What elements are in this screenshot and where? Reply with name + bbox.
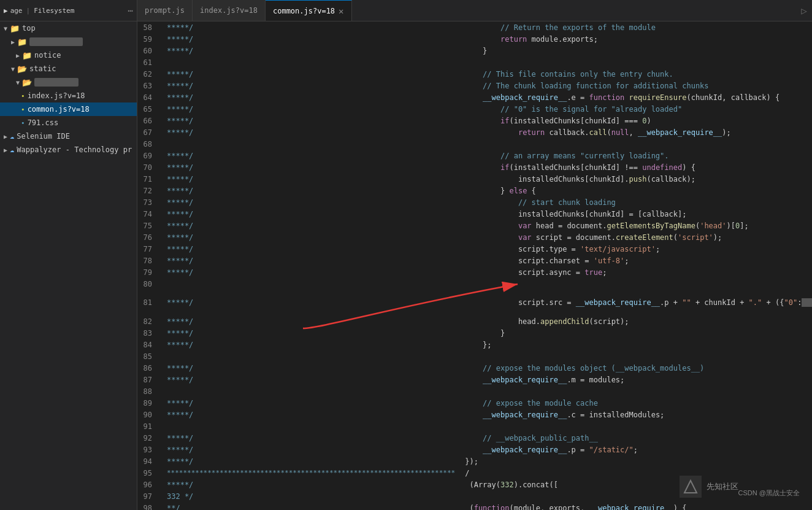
sidebar-item-blurred[interactable]: ▼ 📂 [0, 75, 137, 89]
line-code: script.type = 'text/javascript'; [460, 243, 812, 255]
chevron-down-icon-3: ▼ [16, 79, 20, 86]
chevron-right-icon-4: ▶ [4, 147, 7, 153]
table-row: 83 *****/ } [137, 327, 812, 339]
code-editor[interactable]: 58 *****/ // Return the exports of the m… [137, 21, 812, 510]
line-annot: ****************************************… [162, 467, 460, 479]
line-code: // __webpack_public_path__ [460, 432, 812, 444]
table-row: 98 **/ (function(module, exports, __webp… [137, 502, 812, 510]
line-annot: *****/ [162, 290, 460, 315]
folder-icon-2: 📁 [17, 37, 27, 47]
line-code: // This file contains only the entry chu… [460, 68, 812, 80]
line-code [460, 138, 812, 150]
table-row: 76 *****/ var script = document.createEl… [137, 231, 812, 243]
line-code [460, 385, 812, 397]
line-annot: **/ [162, 502, 460, 510]
sidebar-item-common-js[interactable]: • common.js?v=18 [0, 102, 137, 116]
tab-index[interactable]: index.js?v=18 [193, 0, 266, 21]
sidebar-more-icon[interactable]: ⋯ [128, 6, 133, 15]
table-row-81: 81 *****/ script.src = __webpack_require… [137, 290, 812, 315]
table-row: 73 *****/ // start chunk loading [137, 196, 812, 208]
tab-overflow-icon[interactable]: ▷ [796, 5, 812, 17]
sidebar-item-parent[interactable]: ▶ 📁 [0, 35, 137, 48]
line-number: 71 [137, 173, 162, 185]
cloud-icon-selenium: ☁ [10, 132, 14, 141]
line-number: 66 [137, 115, 162, 126]
table-row: 63 *****/ // The chunk loading function … [137, 80, 812, 91]
line-number: 98 [137, 502, 162, 510]
sidebar-item-css[interactable]: • 791.css [0, 116, 137, 129]
line-number: 75 [137, 220, 162, 231]
line-code: if(installedChunks[chunkId] === 0) [460, 115, 812, 126]
chevron-right-icon: ▶ [11, 39, 15, 45]
table-row: 60 *****/ } [137, 45, 812, 56]
logo-icon [682, 478, 699, 495]
sidebar-item-top[interactable]: ▼ 📁 top [0, 21, 137, 35]
line-code: / [460, 467, 812, 479]
line-number: 86 [137, 362, 162, 374]
sidebar-item-notice[interactable]: ▶ 📁 notice [0, 48, 137, 62]
line-code: return callback.call(null, __webpack_req… [460, 126, 812, 138]
line-number: 74 [137, 208, 162, 220]
line-code: __webpack_require__.m = modules; [460, 374, 812, 385]
sidebar-item-label-common: common.js?v=18 [28, 105, 90, 114]
chevron-down-icon: ▼ [4, 25, 7, 32]
table-row: 65 *****/ // "0" is the signal for "alre… [137, 103, 812, 115]
line-annot [162, 420, 460, 432]
line-code: head.appendChild(script); [460, 315, 812, 327]
line-annot: *****/ [162, 161, 460, 173]
js-file-icon: • [21, 92, 25, 100]
line-annot: *****/ [162, 185, 460, 196]
line-number: 65 [137, 103, 162, 115]
css-file-icon: • [21, 119, 25, 127]
tab-common[interactable]: common.js?v=18 ✕ [266, 0, 352, 21]
line-number: 59 [137, 33, 162, 45]
sidebar-title-filesystem: Filesystem [34, 7, 74, 15]
line-annot: *****/ [162, 80, 460, 91]
chevron-down-icon-2: ▼ [11, 66, 15, 72]
line-annot: *****/ [162, 126, 460, 138]
watermark-text: 先知社区 [707, 481, 738, 492]
sidebar-item-static[interactable]: ▼ 📂 static [0, 62, 137, 75]
svg-marker-1 [684, 481, 697, 493]
line-annot: *****/ [162, 374, 460, 385]
line-annot: *****/ [162, 444, 460, 455]
line-number: 77 [137, 243, 162, 255]
sidebar-header: ▶ age | Filesystem ⋯ [0, 0, 137, 21]
line-number: 81 [137, 290, 162, 315]
line-number: 73 [137, 196, 162, 208]
table-row: 90 *****/ __webpack_require__.c = instal… [137, 409, 812, 420]
table-row: 77 *****/ script.type = 'text/javascript… [137, 243, 812, 255]
tab-close-icon[interactable]: ✕ [339, 7, 343, 15]
sidebar-item-label-wappalyzer: Wappalyzer - Technology pr [17, 145, 132, 154]
line-annot: *****/ [162, 115, 460, 126]
table-row: 85 [137, 350, 812, 362]
line-number: 70 [137, 161, 162, 173]
line-annot: *****/ [162, 21, 460, 33]
sidebar-collapse-icon[interactable]: ▶ [4, 7, 8, 15]
line-annot: *****/ [162, 173, 460, 185]
line-number: 80 [137, 278, 162, 290]
line-annot: *****/ [162, 91, 460, 103]
line-number: 92 [137, 432, 162, 444]
sidebar-item-index-js[interactable]: • index.js?v=18 [0, 89, 137, 102]
blurred-label [29, 37, 83, 46]
sidebar-item-selenium[interactable]: ▶ ☁ Selenium IDE [0, 129, 137, 143]
line-annot: *****/ [162, 103, 460, 115]
table-row: 80 [137, 278, 812, 290]
line-code: __webpack_require__.c = installedModules… [460, 409, 812, 420]
sidebar-item-label: top [22, 24, 36, 33]
line-number: 85 [137, 350, 162, 362]
tab-prompt[interactable]: prompt.js [137, 0, 193, 21]
line-annot: 332 */ [162, 490, 460, 502]
sidebar-item-label-notice: notice [34, 51, 61, 60]
table-row: 67 *****/ return callback.call(null, __w… [137, 126, 812, 138]
line-code [460, 56, 812, 68]
line-number: 88 [137, 385, 162, 397]
folder-icon: 📁 [10, 24, 20, 33]
line-annot [162, 278, 460, 290]
line-code: // start chunk loading [460, 196, 812, 208]
table-row: 84 *****/ }; [137, 339, 812, 350]
line-annot: *****/ [162, 479, 460, 490]
sidebar-item-wappalyzer[interactable]: ▶ ☁ Wappalyzer - Technology pr [0, 143, 137, 156]
table-row: 70 *****/ if(installedChunks[chunkId] !=… [137, 161, 812, 173]
